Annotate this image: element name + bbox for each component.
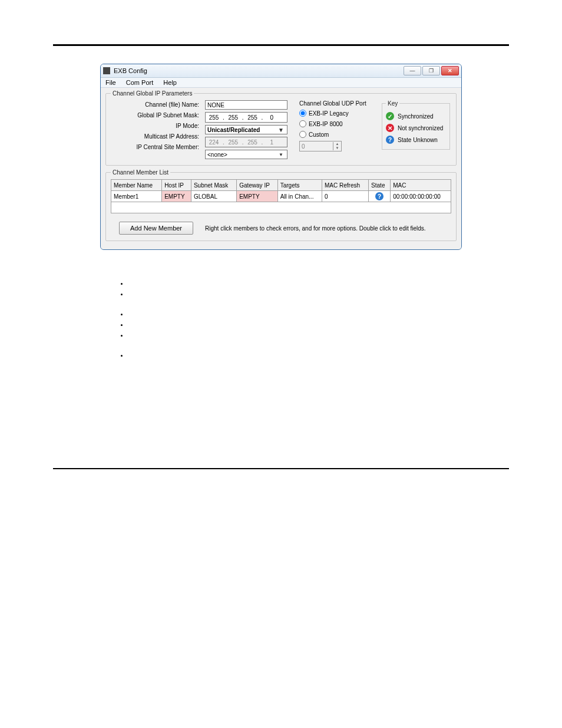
central-site-combo[interactable]: <none> ▼ [205, 150, 287, 159]
state-unknown-icon: ? [386, 136, 394, 144]
chevron-down-icon: ▼ [277, 150, 285, 159]
menu-help[interactable]: Help [163, 79, 177, 86]
document-bullets [118, 279, 562, 444]
app-icon [103, 67, 110, 74]
cell-subnet-mask[interactable]: GLOBAL [191, 191, 236, 202]
udp-8000-radio[interactable] [299, 120, 306, 127]
bullet-item [128, 331, 562, 342]
app-window: EXB Config — ❐ ✕ File Com Port Help Chan… [100, 64, 462, 250]
col-member-name[interactable]: Member Name [111, 180, 162, 191]
cell-gateway-ip[interactable]: EMPTY [237, 191, 278, 202]
spinner-up-icon[interactable]: ▲ [333, 142, 341, 146]
state-unknown-icon: ? [375, 192, 384, 200]
close-button[interactable]: ✕ [441, 66, 459, 75]
minimize-button[interactable]: — [404, 66, 421, 75]
central-site-label: IP Central Site Member: [136, 144, 199, 150]
cell-host-ip[interactable]: EMPTY [162, 191, 191, 202]
cell-state[interactable]: ? [369, 191, 391, 202]
multicast-ip-input[interactable]: 224. 255. 255. 1 [205, 137, 287, 147]
cell-mac[interactable]: 00:00:00:00:00:00 [391, 191, 451, 202]
table-row[interactable]: Member1 EMPTY GLOBAL EMPTY All in Chan..… [111, 191, 451, 202]
ip-mode-label: IP Mode: [176, 123, 199, 129]
col-state[interactable]: State [369, 180, 391, 191]
chevron-down-icon: ▼ [277, 126, 285, 134]
add-new-member-button[interactable]: Add New Member [119, 222, 193, 235]
maximize-button[interactable]: ❐ [422, 66, 440, 75]
bullet-item [128, 310, 562, 321]
col-mac[interactable]: MAC [391, 180, 451, 191]
bullet-item [128, 290, 562, 301]
udp-custom-spinner[interactable]: 0 ▲ ▼ [299, 141, 342, 151]
channel-name-label: Channel (file) Name: [145, 101, 199, 108]
menu-file[interactable]: File [105, 79, 116, 86]
bullet-item [128, 351, 562, 362]
window-title: EXB Config [114, 67, 147, 74]
udp-custom-radio[interactable] [299, 131, 306, 138]
udp-port-group: Channel Global UDP Port EXB-IP Legacy EX… [299, 100, 366, 159]
channel-member-list-group: Channel Member List Member Name Host IP … [105, 169, 457, 241]
bullet-item [128, 279, 562, 290]
menu-com-port[interactable]: Com Port [126, 79, 153, 86]
titlebar: EXB Config — ❐ ✕ [101, 64, 461, 78]
menubar: File Com Port Help [101, 78, 461, 88]
multicast-label: Multicast IP Address: [144, 133, 199, 140]
not-synchronized-label: Not synchronized [398, 125, 443, 131]
group-legend: Channel Global IP Parameters [111, 90, 194, 97]
udp-legacy-radio[interactable] [299, 110, 306, 117]
bullet-item [128, 321, 562, 331]
channel-name-input[interactable] [205, 100, 287, 110]
udp-custom-label: Custom [309, 131, 329, 138]
synchronized-icon: ✓ [386, 112, 394, 120]
member-list-legend: Channel Member List [111, 169, 170, 176]
udp-legacy-label: EXB-IP Legacy [309, 110, 349, 117]
udp-group-label: Channel Global UDP Port [299, 100, 366, 107]
cell-mac-refresh[interactable]: 0 [322, 191, 369, 202]
cell-member-name[interactable]: Member1 [111, 191, 162, 202]
member-list-hint: Right click members to check errors, and… [205, 225, 426, 232]
col-host-ip[interactable]: Host IP [162, 180, 191, 191]
key-legend: Key [386, 100, 399, 107]
col-gateway-ip[interactable]: Gateway IP [237, 180, 278, 191]
state-unknown-label: State Unknown [398, 137, 438, 143]
ip-mode-combo[interactable]: Unicast/Replicated ▼ [205, 125, 287, 134]
udp-8000-label: EXB-IP 8000 [309, 121, 343, 127]
not-synchronized-icon: ✕ [386, 124, 394, 132]
spinner-down-icon[interactable]: ▼ [333, 146, 341, 150]
synchronized-label: Synchronized [398, 113, 434, 120]
key-legend-group: Key ✓ Synchronized ✕ Not synchronized ? [382, 100, 450, 150]
channel-global-ip-parameters-group: Channel Global IP Parameters Channel (fi… [105, 90, 457, 166]
col-subnet-mask[interactable]: Subnet Mask [191, 180, 236, 191]
member-table[interactable]: Member Name Host IP Subnet Mask Gateway … [111, 179, 451, 213]
subnet-mask-label: Global IP Subnet Mask: [137, 112, 199, 118]
subnet-mask-input[interactable]: 255. 255. 255. 0 [205, 112, 287, 123]
col-targets[interactable]: Targets [277, 180, 322, 191]
cell-targets[interactable]: All in Chan... [277, 191, 322, 202]
col-mac-refresh[interactable]: MAC Refresh [322, 180, 369, 191]
